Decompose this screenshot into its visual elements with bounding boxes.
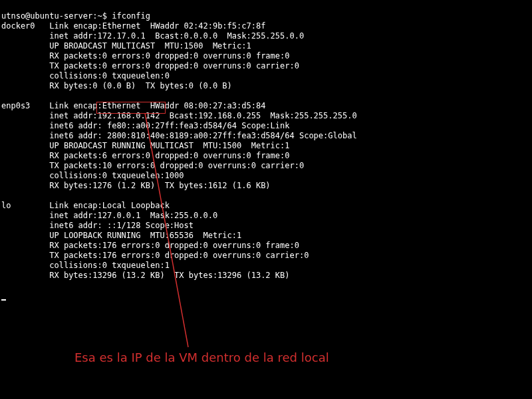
prompt-line: utnso@ubuntu-server:~$ ifconfig xyxy=(1,11,150,21)
iface-docker0: docker0 Link encap:Ethernet HWaddr 02:42… xyxy=(1,21,304,90)
iface-name: enp0s3 xyxy=(1,101,30,110)
annotation-label: Esa es la IP de la VM dentro de la red l… xyxy=(74,352,329,362)
prompt-userhost: utnso@ubuntu-server xyxy=(1,11,92,21)
prompt-path: ~ xyxy=(98,11,102,21)
iface-enp0s3: enp0s3 Link encap:Ethernet HWaddr 08:00:… xyxy=(1,101,357,190)
prompt-symbol: $ xyxy=(102,11,107,21)
iface-lo: lo Link encap:Local Loopback inet addr:1… xyxy=(1,201,309,280)
iface-name: docker0 xyxy=(1,21,35,31)
terminal-output[interactable]: utnso@ubuntu-server:~$ ifconfig docker0 … xyxy=(0,0,532,362)
command-text: ifconfig xyxy=(112,11,150,21)
cursor xyxy=(1,299,6,301)
iface-name: lo xyxy=(1,201,11,210)
vm-ip-address: 192.168.0.142 xyxy=(98,111,160,120)
